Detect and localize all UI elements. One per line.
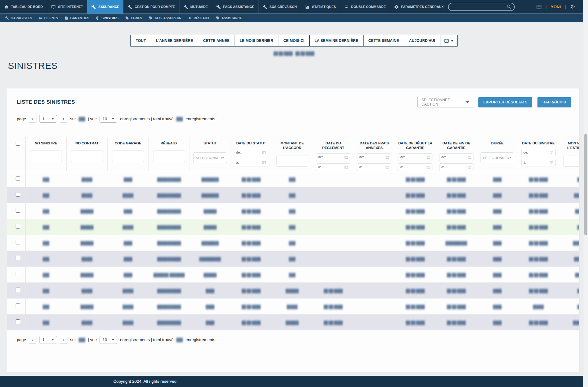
per-page-select-bottom[interactable]: 10 <box>100 336 117 344</box>
topnav-item-tableau-de-bord[interactable]: TABLEAU DE BORD <box>0 0 47 13</box>
filter-date-frais-annexes-to[interactable]: à: <box>357 163 391 171</box>
row-checkbox[interactable] <box>16 208 20 213</box>
row-checkbox[interactable] <box>16 192 20 197</box>
row-checkbox[interactable] <box>16 319 20 324</box>
topnav-item-statistiques[interactable]: STATISTIQUES <box>301 0 340 13</box>
cell-date-reglement <box>313 251 354 266</box>
subnav-item-reseaux[interactable]: RÉSEAUX <box>185 16 213 20</box>
export-results-button[interactable]: EXPORTER RÉSULTATS <box>478 97 532 107</box>
select-all-header-cell <box>7 137 25 171</box>
date-filter-custom-calendar-button[interactable] <box>440 35 458 47</box>
search-input[interactable] <box>451 5 507 9</box>
subnav-item-garagistes[interactable]: GARAGISTES <box>2 16 35 20</box>
cell-date-reglement: ██/██/████ <box>313 298 354 314</box>
select-all-checkbox[interactable] <box>16 141 20 146</box>
filter-montant-estimation-input[interactable] <box>564 155 579 167</box>
subnav-item-taxe-assureur[interactable]: TAXE ASSUREUR <box>145 16 185 20</box>
records-total-label: enregistrements | total trouvé <box>120 337 174 342</box>
row-checkbox[interactable] <box>16 176 20 181</box>
filter-date-frais-annexes-from[interactable]: de: <box>357 153 391 161</box>
masked-value: ██/██/████ <box>324 288 343 293</box>
row-checkbox[interactable] <box>16 240 20 244</box>
masked-value: ██/██/████ <box>324 304 343 309</box>
masked-value: ███████████ <box>157 320 181 325</box>
masked-value: ███████████ <box>157 304 181 309</box>
masked-value: ████ <box>493 257 502 262</box>
date-filter-la-semaine-derniere[interactable]: LA SEMAINE DERNIÈRE <box>309 35 364 47</box>
cell-statut: ██████ <box>190 219 231 235</box>
page-scrollbar[interactable] <box>583 0 588 387</box>
subnav-item-tarifs[interactable]: TARIFS <box>122 16 145 20</box>
masked-value: ██/██/████ <box>242 241 261 246</box>
filter-date-fin-garantie-to[interactable]: à: <box>439 163 473 171</box>
topnav-item-gestion-pour-compte[interactable]: GESTION POUR COMPTE <box>123 0 179 13</box>
date-filter-cette-annee[interactable]: CETTE ANNÉE <box>198 35 235 47</box>
subnav-item-garanties[interactable]: GARANTIES <box>61 16 92 20</box>
cell-montant-estimation: ██ <box>559 298 579 314</box>
topnav-item-mutuaide[interactable]: MUTUAIDE <box>179 0 212 13</box>
topnav-item-parametres-generaux[interactable]: PARAMÈTRES GÉNÉRAUX <box>390 0 448 13</box>
subnav-item-assistance[interactable]: ASSISTANCE <box>213 16 245 20</box>
cell-montant-estimation: ██████ <box>559 235 579 251</box>
scrollbar-thumb[interactable] <box>584 134 587 235</box>
cell-no-sinistre: ███ <box>25 314 66 330</box>
refresh-button[interactable]: RAFRAÎCHIR <box>537 97 571 107</box>
date-filter-tout[interactable]: TOUT <box>130 35 151 47</box>
date-filter-ce-mois-ci[interactable]: CE MOIS-CI <box>278 35 310 47</box>
action-select[interactable]: SÉLECTIONNEZ L'ACTION <box>417 97 473 107</box>
users-icon <box>39 16 42 20</box>
top-navbar: TABLEAU DE BORDSITE INTERNETASSURANCEGES… <box>0 0 588 13</box>
prev-page-button-top[interactable]: ‹ <box>29 115 36 123</box>
filter-code-garage-input[interactable] <box>112 151 144 162</box>
vue-label: | vue <box>88 337 97 342</box>
filter-date-statut-to[interactable]: à: <box>234 159 268 166</box>
topnav-item-site-internet[interactable]: SITE INTERNET <box>47 0 87 13</box>
row-checkbox[interactable] <box>16 288 20 292</box>
date-filter-cette-semaine[interactable]: CETTE SEMAINE <box>363 35 404 47</box>
filter-date-sinistre-from[interactable]: de: <box>521 149 556 156</box>
subnav-item-sinistres[interactable]: SINISTRES <box>92 16 122 20</box>
next-page-button-bottom[interactable]: › <box>60 336 67 344</box>
masked-value: ██████ <box>204 273 217 277</box>
filter-date-reglement-to[interactable]: à: <box>316 163 350 171</box>
page-select-top[interactable]: 1 <box>39 115 57 123</box>
filter-reseaux-input[interactable] <box>153 151 185 162</box>
topnav-item-double-commande[interactable]: DOUBLE COMMANDE <box>340 0 390 13</box>
filter-date-debut-garantie-to[interactable]: à: <box>398 163 432 171</box>
cell-montant-accord: ██████ <box>272 282 313 298</box>
filter-date-sinistre-to[interactable]: à: <box>521 159 556 166</box>
date-filter-aujourd-hui[interactable]: AUJOURD'HUI <box>404 35 440 47</box>
subnav-item-clients[interactable]: CLIENTS <box>35 16 61 20</box>
global-search[interactable] <box>448 3 515 11</box>
row-checkbox[interactable] <box>16 256 20 260</box>
filter-date-debut-garantie-from[interactable]: de: <box>398 153 432 161</box>
filter-date-fin-garantie-from[interactable]: de: <box>439 153 473 161</box>
username[interactable]: YONI <box>551 5 561 9</box>
cell-code-garage: ████ <box>107 171 149 187</box>
masked-value: ██/██/████ <box>529 193 548 198</box>
next-page-button-top[interactable]: › <box>60 115 67 123</box>
date-filter-le-mois-dernier[interactable]: LE MOIS DERNIER <box>235 35 279 47</box>
power-icon[interactable] <box>570 4 575 9</box>
cell-date-frais-annexes <box>354 298 395 314</box>
filter-no-contrat-input[interactable] <box>71 151 103 162</box>
prev-page-button-bottom[interactable]: ‹ <box>29 336 36 344</box>
topnav-item-assurance[interactable]: ASSURANCE <box>87 0 123 13</box>
masked-value: ███████████ <box>157 177 181 182</box>
filter-date-reglement-from[interactable]: de: <box>316 153 350 161</box>
row-checkbox[interactable] <box>16 272 20 276</box>
page-select-bottom[interactable]: 1 <box>39 336 57 344</box>
filter-montant-accord-input[interactable] <box>276 155 308 167</box>
topnav-item-sos-crevaison[interactable]: SOS CREVAISON <box>258 0 301 13</box>
topnav-item-pack-assistance[interactable]: PACK ASSISTANCE <box>212 0 258 13</box>
pagination-bottom: page‹1›sur███| vue10enregistrements | to… <box>7 330 579 348</box>
filter-duree-select[interactable]: SÉLECTIONNER <box>481 152 514 163</box>
calendar-icon[interactable] <box>536 4 542 9</box>
filter-no-sinistre-input[interactable] <box>30 151 62 162</box>
filter-statut-select[interactable]: SÉLECTIONNER <box>193 152 227 163</box>
filter-date-statut-from[interactable]: de: <box>234 149 268 156</box>
per-page-select-top[interactable]: 10 <box>100 115 117 123</box>
date-filter-l-annee-derniere[interactable]: L'ANNÉE DERNIÈRE <box>151 35 198 47</box>
row-checkbox[interactable] <box>16 224 20 229</box>
row-checkbox[interactable] <box>16 303 20 308</box>
